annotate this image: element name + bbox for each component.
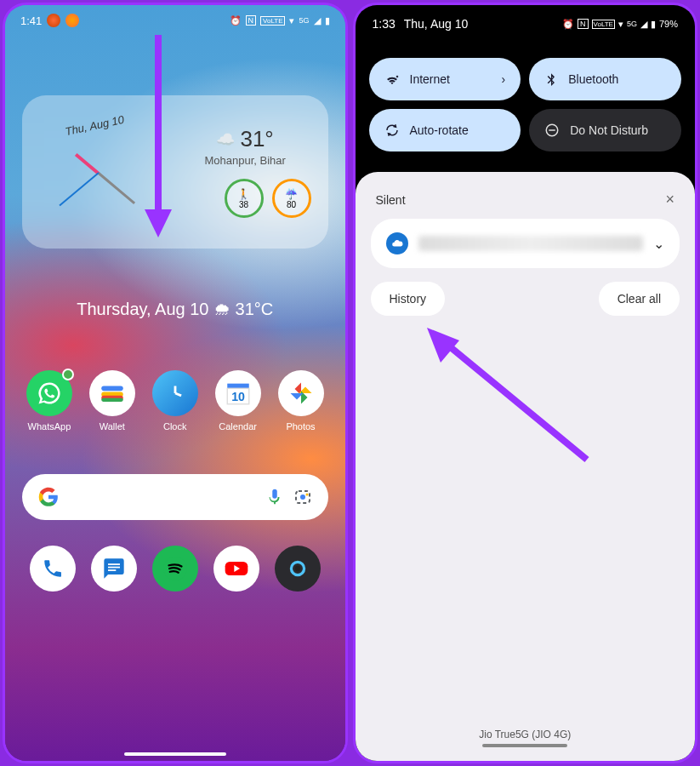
- second-hand: [59, 172, 99, 206]
- qs-label: Do Not Disturb: [570, 123, 648, 137]
- carrier-label: Jio True5G (JIO 4G): [371, 722, 680, 744]
- svg-text:10: 10: [231, 390, 245, 403]
- svg-point-22: [294, 566, 300, 572]
- qs-dnd[interactable]: Do Not Disturb: [529, 109, 681, 151]
- app-whatsapp[interactable]: WhatsApp: [20, 370, 79, 432]
- google-search-bar[interactable]: [22, 474, 328, 520]
- app-calendar[interactable]: 10 Calendar: [208, 370, 268, 432]
- quick-settings: Internet › Bluetooth Auto-rotate Do Not …: [356, 43, 696, 172]
- humidity-badge[interactable]: ☔ 80: [272, 179, 311, 218]
- app-wallet[interactable]: Wallet: [83, 370, 142, 432]
- panel-handle[interactable]: [482, 744, 567, 747]
- volte-icon: VoLTE: [260, 16, 285, 26]
- nav-handle[interactable]: [124, 752, 226, 756]
- dock: [5, 546, 345, 592]
- svg-rect-5: [101, 398, 123, 402]
- wifi-icon: ▾: [618, 19, 623, 30]
- app-photos[interactable]: Photos: [271, 370, 331, 432]
- walk-icon: 🚶: [237, 188, 250, 200]
- wallet-icon: [98, 379, 127, 408]
- signal-icon: ◢: [640, 19, 647, 30]
- svg-rect-15: [108, 563, 120, 565]
- minute-hand: [98, 172, 135, 204]
- status-time: 1:41: [20, 14, 42, 27]
- phone-notification-shade: 1:33 Thu, Aug 10 ⏰ N VoLTE ▾ 5G ◢ ▮ 79% …: [353, 3, 698, 763]
- mic-icon[interactable]: [265, 488, 284, 506]
- shade-time: 1:33: [373, 17, 396, 31]
- steps-count: 38: [239, 200, 248, 209]
- notification-icon: [47, 14, 60, 27]
- svg-point-14: [305, 494, 308, 496]
- svg-line-8: [175, 393, 181, 396]
- bluetooth-icon: [544, 72, 558, 86]
- volte-icon: VoLTE: [592, 20, 615, 29]
- shade-date: Thu, Aug 10: [404, 17, 469, 31]
- alarm-icon: ⏰: [562, 19, 574, 30]
- chevron-right-icon: ›: [502, 72, 506, 86]
- whatsapp-icon: [37, 380, 62, 406]
- qs-bluetooth[interactable]: Bluetooth: [529, 58, 681, 100]
- rain-icon: ☔: [285, 188, 298, 200]
- notification-item[interactable]: ⌄: [371, 219, 680, 268]
- app-label: Clock: [163, 421, 187, 432]
- app-label: Calendar: [219, 421, 257, 432]
- svg-rect-2: [101, 386, 123, 392]
- app-label: Photos: [286, 421, 315, 432]
- calendar-icon: 10: [224, 379, 253, 408]
- app-label: WhatsApp: [28, 421, 71, 432]
- qs-label: Bluetooth: [568, 72, 618, 86]
- dock-messages[interactable]: [91, 546, 137, 592]
- dock-phone[interactable]: [30, 546, 76, 592]
- chevron-down-icon[interactable]: ⌄: [653, 236, 664, 252]
- dock-youtube[interactable]: [213, 546, 259, 592]
- silent-header: Silent: [376, 193, 406, 207]
- weather-widget[interactable]: ☁️ 31° Mohanpur, Bihar 🚶 38 ☔ 80: [179, 126, 311, 218]
- notification-panel: Silent × ⌄ History Clear all Jio True5G …: [356, 172, 696, 761]
- notification-content-blurred: [418, 236, 644, 251]
- alarm-icon: ⏰: [230, 15, 242, 26]
- photos-icon: [288, 380, 314, 406]
- shade-status-bar: 1:33 Thu, Aug 10 ⏰ N VoLTE ▾ 5G ◢ ▮ 79%: [356, 5, 696, 43]
- temperature: 31°: [240, 126, 273, 152]
- phone-home-screen: 1:41 ⏰ N VoLTE ▾ 5G ◢ ▮ Thu, Aug 10: [3, 3, 348, 763]
- app-clock[interactable]: Clock: [145, 370, 205, 432]
- swipe-down-arrow-annotation: [141, 35, 175, 239]
- notification-dot: [62, 369, 74, 380]
- qs-internet[interactable]: Internet ›: [369, 58, 521, 100]
- qs-label: Auto-rotate: [410, 123, 469, 137]
- svg-rect-17: [108, 569, 116, 571]
- qs-autorotate[interactable]: Auto-rotate: [369, 109, 521, 151]
- app-row: WhatsApp Wallet Clock 10 Calendar: [5, 370, 345, 432]
- cloud-icon: ☁️: [216, 130, 235, 149]
- camera-icon: [287, 557, 309, 580]
- clear-all-button[interactable]: Clear all: [599, 282, 680, 316]
- app-label: Wallet: [100, 421, 125, 432]
- location: Mohanpur, Bihar: [179, 154, 311, 167]
- svg-rect-16: [108, 567, 120, 569]
- battery-pct: 79%: [659, 19, 678, 29]
- google-icon: [37, 486, 60, 508]
- dock-camera[interactable]: [275, 546, 321, 592]
- youtube-icon: [223, 555, 250, 582]
- notification-icon: [65, 14, 79, 27]
- history-button[interactable]: History: [371, 282, 446, 316]
- battery-icon: ▮: [651, 19, 656, 30]
- date-weather-line[interactable]: Thursday, Aug 10 🌧 31°C: [5, 300, 345, 319]
- nfc-icon: N: [246, 15, 257, 26]
- status-bar: 1:41 ⏰ N VoLTE ▾ 5G ◢ ▮: [5, 5, 345, 36]
- humidity-value: 80: [287, 200, 296, 209]
- battery-icon: ▮: [325, 15, 330, 26]
- dnd-icon: [544, 123, 560, 138]
- steps-badge[interactable]: 🚶 38: [225, 179, 264, 218]
- cloud-app-icon: [386, 232, 408, 254]
- messages-icon: [102, 557, 126, 580]
- wifi-icon: [384, 71, 400, 87]
- svg-marker-1: [145, 209, 172, 237]
- svg-point-13: [300, 494, 305, 500]
- clock-icon: [161, 379, 190, 408]
- nfc-icon: N: [578, 19, 589, 29]
- phone-icon: [42, 557, 64, 580]
- lens-icon[interactable]: [293, 487, 313, 507]
- close-icon[interactable]: ×: [665, 191, 674, 209]
- dock-spotify[interactable]: [152, 546, 198, 592]
